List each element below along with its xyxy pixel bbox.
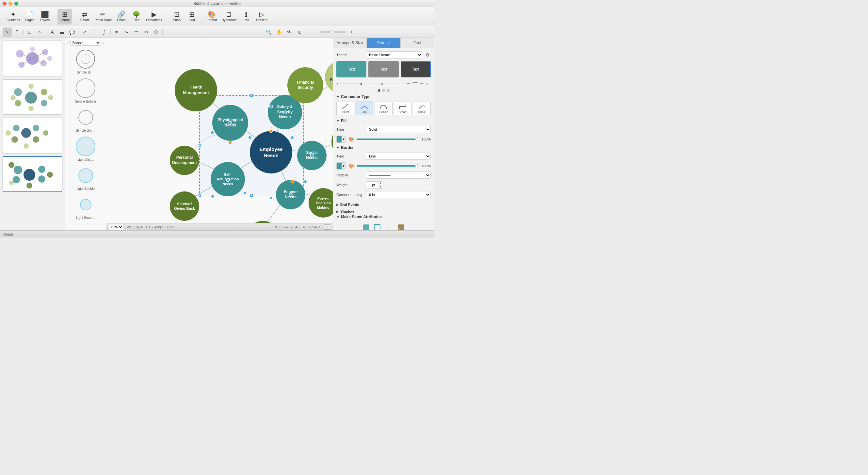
- conn-type-arc[interactable]: Arc: [355, 101, 374, 115]
- brush-tool[interactable]: ⬡: [152, 27, 161, 37]
- page-thumb-3[interactable]: [3, 118, 62, 153]
- bubble-financial-security[interactable]: Financial Security: [287, 67, 323, 103]
- theme-style-2[interactable]: Text: [368, 61, 398, 78]
- bubble-power-decision[interactable]: Power: Decision Making: [309, 188, 333, 217]
- shape-item-light-small[interactable]: Light Smal ...: [67, 193, 104, 219]
- make-same-fill-btn[interactable]: Fill: [363, 224, 370, 230]
- sel-handle-bl[interactable]: [198, 195, 201, 197]
- hypernote-button[interactable]: 🗒 Hypernote: [219, 9, 238, 25]
- border-color-swatch[interactable]: ▼: [336, 162, 345, 170]
- format-button[interactable]: 🎨 Format: [205, 9, 219, 25]
- chain-button[interactable]: 🔗 Chain: [114, 9, 128, 25]
- sel-handle-bm[interactable]: [250, 195, 253, 197]
- arc-tool[interactable]: ⌒: [90, 27, 99, 37]
- carousel-next[interactable]: ›: [426, 81, 431, 87]
- bubble-physiological[interactable]: Physiological Needs: [212, 105, 248, 141]
- make-same-text-format-btn[interactable]: T Text Format: [385, 224, 395, 230]
- border-opacity-thumb[interactable]: [415, 164, 418, 167]
- lib-prev[interactable]: ‹: [67, 40, 69, 46]
- zoom-out-icon[interactable]: 🔍: [264, 27, 273, 37]
- page-thumb-4[interactable]: [3, 156, 62, 192]
- bubble-health-management[interactable]: Health Management: [175, 69, 217, 111]
- fill-opacity-thumb[interactable]: [415, 137, 418, 141]
- smart-button[interactable]: ⇄ Smart: [78, 9, 92, 25]
- shape-item-simple-bubble[interactable]: Simple Bubble: [67, 77, 104, 103]
- make-same-all-btn[interactable]: A All: [397, 224, 405, 230]
- conn-type-direct[interactable]: Direct: [336, 101, 354, 115]
- border-weight-input[interactable]: [366, 182, 378, 188]
- fill-color-arrow[interactable]: ▼: [342, 136, 345, 143]
- eyedrop-tool[interactable]: 👁: [285, 27, 294, 37]
- bubble-employee-needs[interactable]: Employee Needs: [250, 131, 292, 174]
- pan-tool[interactable]: ✋: [274, 27, 283, 37]
- operations-button[interactable]: ▶ Operations: [144, 9, 164, 25]
- corner-rounding-select[interactable]: 0 in: [366, 191, 431, 198]
- solutions-button[interactable]: ✦ Solutions: [5, 9, 22, 25]
- conn-type-bezier[interactable]: Bezier: [375, 101, 393, 115]
- select-tool[interactable]: ↖: [3, 27, 12, 37]
- bubble-service-giving-back[interactable]: Service / Giving Back: [170, 191, 199, 221]
- minimize-button[interactable]: [8, 2, 12, 5]
- lib-next[interactable]: ›: [102, 40, 104, 46]
- edit-tool[interactable]: ✂: [142, 27, 151, 37]
- bubble-social[interactable]: Social Needs: [297, 141, 327, 170]
- carousel-prev[interactable]: ‹: [336, 81, 341, 87]
- ellipse-tool[interactable]: ○: [35, 27, 44, 37]
- text-box-tool[interactable]: A: [48, 27, 57, 37]
- bubble-personal-development[interactable]: Personal Development: [170, 146, 199, 175]
- pages-button[interactable]: 📄 Pages: [23, 9, 37, 25]
- rectangle-tool[interactable]: □: [25, 27, 34, 37]
- border-color-arrow[interactable]: ▼: [342, 163, 345, 169]
- border-color-picker-icon[interactable]: 🎨: [347, 162, 354, 170]
- zoom-plus-button[interactable]: +: [347, 27, 356, 37]
- dropper-tool[interactable]: ⊙: [295, 27, 304, 37]
- bubble-selfactualization[interactable]: Self- Actualization Needs: [211, 162, 245, 196]
- bubble-esteem[interactable]: Esteem Needs: [276, 180, 305, 209]
- tab-format[interactable]: Format: [367, 38, 400, 48]
- border-weight-down[interactable]: ▼: [378, 185, 383, 188]
- border-type-select[interactable]: Line: [366, 153, 431, 160]
- conn-type-smart[interactable]: Smart: [394, 101, 412, 115]
- theme-select[interactable]: Basic Theme: [366, 51, 422, 58]
- text-tool[interactable]: T: [12, 27, 22, 37]
- shape-item-light-big[interactable]: Light Big ...: [67, 135, 104, 161]
- make-same-header[interactable]: ▼ Make Same Attributes: [336, 215, 431, 219]
- make-same-border-btn[interactable]: Border: [372, 224, 382, 230]
- fill-color-picker-icon[interactable]: 🎨: [347, 136, 354, 143]
- bubble-income-replacement[interactable]: Income Replacement: [325, 61, 333, 93]
- bubble-interpersonal[interactable]: Interpersonal Relationships: [332, 124, 333, 159]
- connector-tool[interactable]: ⤷: [122, 27, 131, 37]
- callout-tool[interactable]: 💬: [67, 27, 76, 37]
- carousel-dot-1[interactable]: [378, 89, 380, 92]
- canvas-area[interactable]: Employee Needs Physiological Needs Self-…: [106, 38, 333, 230]
- tree-button[interactable]: 🌳 Tree: [129, 9, 143, 25]
- line-tool[interactable]: ↗: [80, 27, 89, 37]
- lib-select[interactable]: Bubble...: [70, 40, 101, 46]
- sel-handle-tm[interactable]: [250, 94, 253, 97]
- fill-section-header[interactable]: ▼ Fill: [336, 119, 431, 123]
- theme-style-3[interactable]: Text: [401, 61, 431, 78]
- bezier-tool[interactable]: ∫: [100, 27, 109, 37]
- shape-item-simple-bi[interactable]: Simple Bi ...: [67, 48, 104, 74]
- shadow-header[interactable]: ▶ Shadow: [336, 208, 431, 215]
- carousel-dot-2[interactable]: [382, 89, 385, 92]
- fill-color-swatch[interactable]: ▼: [336, 136, 345, 143]
- zoom-slider[interactable]: [320, 31, 346, 33]
- close-button[interactable]: [3, 2, 6, 5]
- zoom-select[interactable]: 75%: [109, 224, 123, 230]
- conn-type-curve[interactable]: Curve: [413, 101, 431, 115]
- grid-button[interactable]: ⊞ Grid: [185, 9, 199, 25]
- shape-item-light-bubble[interactable]: Light Bubble: [67, 164, 104, 190]
- theme-gear-icon[interactable]: ⚙: [424, 52, 431, 58]
- border-weight-stepper[interactable]: ▲ ▼: [366, 181, 383, 188]
- zoom-thumb[interactable]: [330, 30, 334, 34]
- library-button[interactable]: ⊞ Library: [58, 9, 72, 25]
- carousel-dot-3[interactable]: [387, 89, 390, 92]
- border-opacity-slider[interactable]: [356, 165, 419, 167]
- maximize-button[interactable]: [14, 2, 18, 5]
- tab-text[interactable]: Text: [401, 38, 434, 48]
- snap-button[interactable]: ⊡ Snap: [169, 9, 184, 25]
- pen-tool[interactable]: ✒: [112, 27, 122, 37]
- page-thumb-1[interactable]: [3, 40, 62, 77]
- sel-handle-ml[interactable]: [198, 144, 201, 147]
